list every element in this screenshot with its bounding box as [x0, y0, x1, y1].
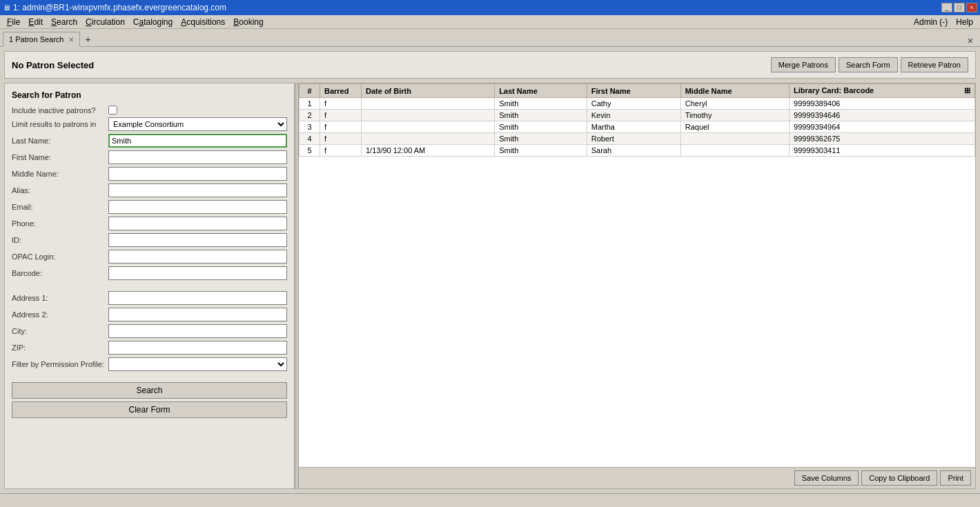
- phone-label: Phone:: [12, 219, 108, 228]
- col-header-num[interactable]: #: [300, 84, 320, 98]
- restore-button[interactable]: □: [954, 3, 965, 12]
- cell-middlename: [680, 145, 789, 157]
- cell-firstname: Kevin: [587, 110, 680, 121]
- tab-patron-search[interactable]: 1 Patron Search ✕: [3, 32, 80, 47]
- tab-bar-close[interactable]: ×: [963, 35, 977, 46]
- form-row-zip: ZIP:: [12, 341, 287, 355]
- menu-bar: File Edit Search Circulation Cataloging …: [0, 15, 980, 29]
- title-bar-icon: 🖥: [3, 3, 10, 12]
- middle-name-input[interactable]: [108, 167, 287, 181]
- col-header-barred[interactable]: Barred: [320, 84, 362, 98]
- zip-label: ZIP:: [12, 344, 108, 352]
- col-header-firstname[interactable]: First Name: [587, 84, 680, 98]
- zip-input[interactable]: [108, 341, 287, 355]
- col-header-lastname[interactable]: Last Name: [495, 84, 587, 98]
- cell-middlename: Raquel: [680, 121, 789, 133]
- retrieve-patron-button[interactable]: Retrieve Patron: [901, 57, 968, 72]
- menu-help[interactable]: Help: [952, 17, 977, 28]
- minimize-button[interactable]: _: [941, 3, 952, 12]
- phone-input[interactable]: [108, 217, 287, 230]
- address1-input[interactable]: [108, 291, 287, 305]
- copy-to-clipboard-button[interactable]: Copy to Clipboard: [861, 470, 937, 486]
- table-row[interactable]: 4 f Smith Robert 99999362675: [300, 133, 975, 145]
- cell-middlename: Timothy: [680, 110, 789, 121]
- cell-lastname: Smith: [495, 110, 587, 121]
- address2-input[interactable]: [108, 308, 287, 321]
- cell-dob: [362, 98, 495, 110]
- first-name-label: First Name:: [12, 153, 108, 161]
- form-row-address2: Address 2:: [12, 308, 287, 321]
- cell-lastname: Smith: [495, 133, 587, 145]
- include-inactive-checkbox[interactable]: [108, 106, 117, 115]
- menu-circulation[interactable]: Circulation: [81, 17, 129, 28]
- clear-form-button[interactable]: Clear Form: [12, 401, 287, 418]
- last-name-input[interactable]: [108, 134, 287, 148]
- cell-barred: f: [320, 133, 362, 145]
- barcode-input[interactable]: [108, 266, 287, 280]
- tab-add-button[interactable]: +: [81, 32, 95, 46]
- col-header-middlename[interactable]: Middle Name: [680, 84, 789, 98]
- id-input[interactable]: [108, 233, 287, 247]
- city-input[interactable]: [108, 324, 287, 338]
- form-row-opac-login: OPAC Login:: [12, 250, 287, 264]
- barcode-label: Barcode:: [12, 269, 108, 277]
- results-panel: # Barred Date of Birth Last Name First N…: [299, 83, 975, 488]
- menu-edit[interactable]: Edit: [24, 17, 47, 28]
- table-row[interactable]: 5 f 1/13/90 12:00 AM Smith Sarah 9999930…: [300, 145, 975, 157]
- form-row-email: Email:: [12, 200, 287, 214]
- col-header-dob[interactable]: Date of Birth: [362, 84, 495, 98]
- results-table: # Barred Date of Birth Last Name First N…: [299, 83, 975, 467]
- limit-results-select[interactable]: Example Consortium BR1 BR2 BR3: [108, 117, 287, 131]
- table-row[interactable]: 3 f Smith Martha Raquel 99999394964: [300, 121, 975, 133]
- menu-acquisitions[interactable]: Acquisitions: [177, 17, 229, 28]
- cell-num: 5: [300, 145, 320, 157]
- cell-lastname: Smith: [495, 121, 587, 133]
- form-row-limit-results: Limit results to patrons in Example Cons…: [12, 117, 287, 131]
- close-button[interactable]: ×: [966, 3, 977, 12]
- menu-file[interactable]: File: [3, 17, 24, 28]
- header-area: No Patron Selected Merge Patrons Search …: [4, 51, 976, 79]
- search-form-button[interactable]: Search Form: [839, 57, 898, 72]
- search-panel: Search for Patron Include inactive patro…: [5, 83, 295, 488]
- form-row-city: City:: [12, 324, 287, 338]
- merge-patrons-button[interactable]: Merge Patrons: [771, 57, 836, 72]
- cell-lastname: Smith: [495, 98, 587, 110]
- col-options-icon[interactable]: ⊞: [964, 86, 970, 95]
- search-panel-title: Search for Patron: [12, 90, 287, 100]
- patron-table: # Barred Date of Birth Last Name First N…: [299, 83, 975, 157]
- cell-lastname: Smith: [495, 145, 587, 157]
- cell-barred: f: [320, 110, 362, 121]
- email-input[interactable]: [108, 200, 287, 214]
- alias-input[interactable]: [108, 183, 287, 197]
- cell-barred: f: [320, 145, 362, 157]
- form-row-phone: Phone:: [12, 217, 287, 230]
- menu-admin[interactable]: Admin (-): [910, 17, 952, 28]
- print-button[interactable]: Print: [940, 470, 971, 486]
- middle-name-label: Middle Name:: [12, 170, 108, 178]
- save-columns-button[interactable]: Save Columns: [794, 470, 859, 486]
- opac-login-input[interactable]: [108, 250, 287, 264]
- cell-librarycard: 99999394646: [790, 110, 975, 121]
- header-title: No Patron Selected: [12, 60, 94, 70]
- tab-bar: 1 Patron Search ✕ + ×: [0, 29, 980, 47]
- opac-login-label: OPAC Login:: [12, 252, 108, 261]
- search-button[interactable]: Search: [12, 382, 287, 399]
- cell-librarycard: 99999394964: [790, 121, 975, 133]
- col-header-librarycard[interactable]: Library Card: Barcode ⊞: [790, 84, 975, 98]
- cell-middlename: Cheryl: [680, 98, 789, 110]
- title-bar: 🖥 1: admin@BR1-winxpvmfx.phasefx.evergre…: [0, 0, 980, 15]
- table-row[interactable]: 2 f Smith Kevin Timothy 99999394646: [300, 110, 975, 121]
- cell-dob: [362, 133, 495, 145]
- menu-search[interactable]: Search: [47, 17, 81, 28]
- first-name-input[interactable]: [108, 150, 287, 164]
- cell-firstname: Martha: [587, 121, 680, 133]
- menu-cataloging[interactable]: Cataloging: [129, 17, 177, 28]
- title-bar-controls: _ □ ×: [941, 3, 977, 12]
- address1-label: Address 1:: [12, 294, 108, 302]
- permission-profile-label: Filter by Permission Profile:: [12, 360, 108, 368]
- title-bar-title: 1: admin@BR1-winxpvmfx.phasefx.evergreen…: [13, 3, 941, 12]
- permission-profile-select[interactable]: [108, 357, 287, 371]
- table-row[interactable]: 1 f Smith Cathy Cheryl 99999389406: [300, 98, 975, 110]
- tab-close-button[interactable]: ✕: [68, 36, 74, 43]
- menu-booking[interactable]: Booking: [229, 17, 267, 28]
